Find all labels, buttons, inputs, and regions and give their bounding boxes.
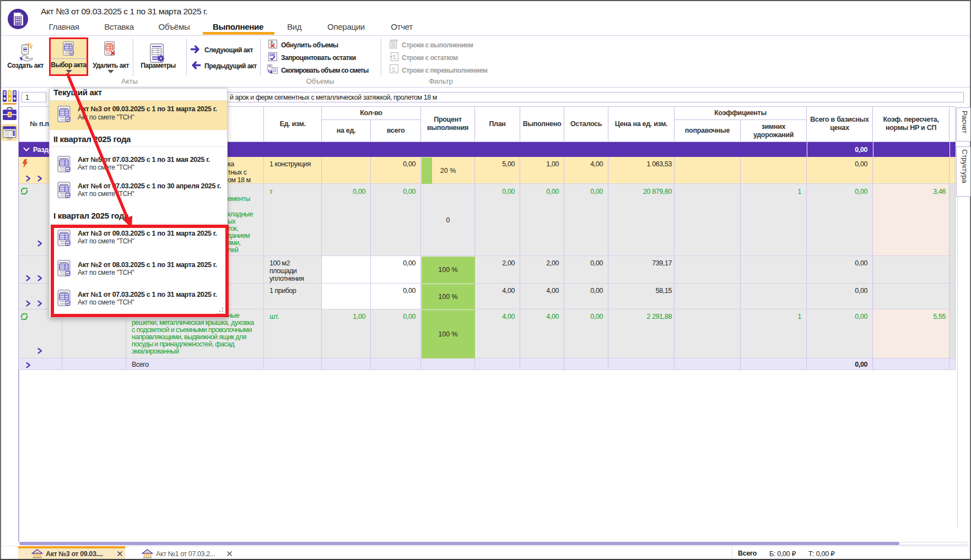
svg-text:Σ: Σ: [393, 53, 396, 60]
svg-text:Σ: Σ: [392, 66, 396, 73]
